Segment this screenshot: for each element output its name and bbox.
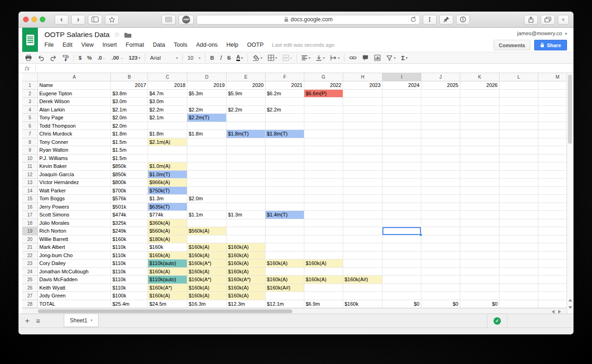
cell-E5[interactable] <box>227 114 265 122</box>
cell-B18[interactable]: $325k <box>111 219 148 228</box>
cell-A11[interactable]: Kevin Baker <box>38 162 111 171</box>
cell-D27[interactable]: $160k(A) <box>187 292 227 300</box>
cell-I12[interactable] <box>382 171 421 179</box>
adblock-extension-button[interactable]: ABP <box>179 15 194 25</box>
cell-A20[interactable]: Willie Barrett <box>38 235 111 244</box>
cell-M2[interactable] <box>538 90 567 98</box>
cell-D18[interactable] <box>187 219 227 228</box>
cell-K27[interactable] <box>460 292 500 300</box>
cell-A2[interactable]: Eugene Tipton <box>38 90 111 98</box>
cell-L8[interactable] <box>500 138 538 147</box>
cell-C20[interactable]: $180k(A) <box>148 235 187 244</box>
cell-F26[interactable]: $160k(A#) <box>265 284 304 292</box>
row-number-27[interactable]: 27 <box>22 292 38 300</box>
cell-D16[interactable] <box>187 203 227 211</box>
document-title[interactable]: OOTP Salaries Data <box>44 31 110 39</box>
cell-F23[interactable]: $160k(A) <box>265 259 304 268</box>
column-header-K[interactable]: K <box>460 73 500 81</box>
cell-C14[interactable]: $750k(T) <box>148 187 187 195</box>
row-number-1[interactable]: 1 <box>22 81 38 90</box>
cell-I25[interactable] <box>382 276 421 284</box>
cell-A7[interactable]: Chris Murdock <box>38 130 111 138</box>
cell-I27[interactable] <box>382 292 421 300</box>
cell-G3[interactable] <box>304 98 343 106</box>
row-number-8[interactable]: 8 <box>22 138 38 147</box>
cell-M4[interactable] <box>538 106 567 114</box>
row-number-2[interactable]: 2 <box>22 90 38 98</box>
cell-K24[interactable] <box>460 268 500 276</box>
row-number-7[interactable]: 7 <box>22 130 38 138</box>
cell-I11[interactable] <box>382 162 421 171</box>
cell-I15[interactable] <box>382 195 421 203</box>
cell-I28[interactable]: $0 <box>382 300 421 308</box>
cell-G15[interactable] <box>304 195 343 203</box>
cell-B24[interactable]: $110k <box>111 268 148 276</box>
cell-M10[interactable] <box>538 154 567 163</box>
cell-E23[interactable]: $160k(A) <box>227 259 265 268</box>
cell-A17[interactable]: Scott Simons <box>38 211 111 219</box>
cell-J7[interactable] <box>421 130 460 138</box>
sheet-tab-sheet1[interactable]: Sheet1 ▾ <box>64 314 99 327</box>
comments-button[interactable]: Comments <box>493 40 531 50</box>
cell-M18[interactable] <box>538 219 567 228</box>
column-header-B[interactable]: B <box>111 73 148 81</box>
cell-A12[interactable]: Joaquín García <box>38 171 111 179</box>
cell-A5[interactable]: Tony Page <box>38 114 111 122</box>
cell-E7[interactable]: $1.8m(T) <box>227 130 265 138</box>
cell-M22[interactable] <box>538 252 567 260</box>
cell-A14[interactable]: Walt Parker <box>38 187 111 195</box>
column-header-L[interactable]: L <box>500 73 538 81</box>
cell-L10[interactable] <box>500 154 538 163</box>
cell-D14[interactable] <box>187 187 227 195</box>
row-number-11[interactable]: 11 <box>22 162 38 171</box>
cell-D1[interactable]: 2019 <box>187 81 227 90</box>
menu-ootp[interactable]: OOTP <box>247 42 263 48</box>
cell-K13[interactable] <box>460 179 500 187</box>
cell-L25[interactable] <box>500 276 538 284</box>
cell-F27[interactable] <box>265 292 304 300</box>
cell-L24[interactable] <box>500 268 538 276</box>
cell-J17[interactable] <box>421 211 460 219</box>
cell-A21[interactable]: Mark Albert <box>38 243 111 252</box>
cell-F28[interactable]: $12.1m <box>265 300 304 308</box>
text-color-button[interactable]: A▾ <box>234 53 246 63</box>
cell-K12[interactable] <box>460 171 500 179</box>
cell-G13[interactable] <box>304 179 343 187</box>
column-header-A[interactable]: A <box>38 73 111 81</box>
cell-H8[interactable] <box>343 138 382 147</box>
insert-comment-button[interactable] <box>359 53 371 63</box>
cell-F9[interactable] <box>265 146 304 154</box>
cell-J13[interactable] <box>421 179 460 187</box>
menu-format[interactable]: Format <box>126 42 144 48</box>
row-number-13[interactable]: 13 <box>22 179 38 187</box>
cell-I16[interactable] <box>382 203 421 211</box>
cell-B20[interactable]: $160k <box>111 235 148 244</box>
paint-format-button[interactable] <box>60 53 72 63</box>
cell-H22[interactable] <box>343 252 382 260</box>
row-number-24[interactable]: 24 <box>22 268 38 276</box>
cell-D2[interactable]: $5.3m <box>187 90 227 98</box>
row-number-10[interactable]: 10 <box>22 154 38 163</box>
top-sites-button[interactable] <box>105 15 119 25</box>
cell-L22[interactable] <box>500 252 538 260</box>
cell-D26[interactable]: $160k(A) <box>187 284 227 292</box>
add-sheet-button[interactable]: + <box>25 317 30 325</box>
cell-A6[interactable]: Todd Thompson <box>38 122 111 130</box>
cell-J8[interactable] <box>421 138 460 147</box>
cell-I19[interactable] <box>382 227 421 235</box>
cell-I21[interactable] <box>382 243 421 252</box>
column-header-M[interactable]: M <box>538 73 567 81</box>
merge-cells-button[interactable]: ▾ <box>280 53 295 63</box>
cell-F25[interactable]: $160k(A) <box>265 276 304 284</box>
cell-G14[interactable] <box>304 187 343 195</box>
cell-F17[interactable]: $1.4m(T) <box>265 211 304 219</box>
cell-J12[interactable] <box>421 171 460 179</box>
cell-J10[interactable] <box>421 154 460 163</box>
cell-J9[interactable] <box>421 146 460 154</box>
cell-K22[interactable] <box>460 252 500 260</box>
scroll-left-icon[interactable] <box>552 310 555 314</box>
cell-J1[interactable]: 2025 <box>421 81 460 90</box>
column-header-I[interactable]: I <box>382 73 421 81</box>
currency-format-button[interactable]: $ <box>76 53 84 63</box>
cell-M25[interactable] <box>538 276 567 284</box>
